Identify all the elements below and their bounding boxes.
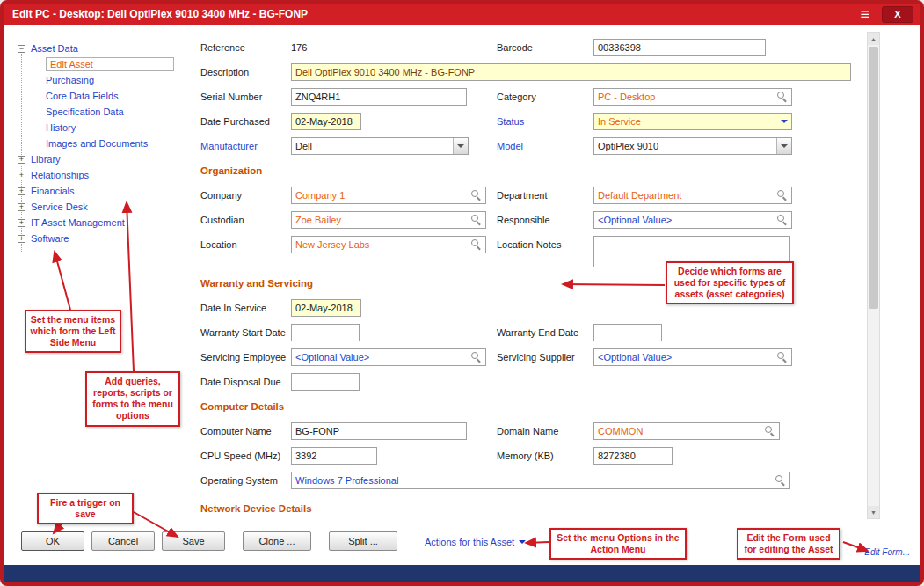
tree-item-label: Core Data Fields [46,91,119,101]
ok-button[interactable]: OK [21,531,84,551]
description-input[interactable] [291,63,851,81]
location-lookup[interactable]: New Jersey Labs [291,236,486,253]
model-select[interactable]: OptiPlex 9010 [593,137,792,155]
sidebar-item-it-asset-management[interactable]: + IT Asset Management [18,215,193,231]
category-lookup[interactable]: PC - Desktop [593,88,792,106]
magnifier-icon[interactable] [471,352,482,363]
chevron-down-icon[interactable] [453,138,468,154]
section-heading-computer-details: Computer Details [200,401,867,412]
serial-number-input[interactable] [291,88,467,106]
date-disposal-due-input[interactable] [291,373,360,391]
operating-system-lookup[interactable]: Windows 7 Professional [291,472,790,489]
actions-for-asset-link[interactable]: Actions for this Asset [425,537,526,547]
tree-item-label: Service Desk [31,201,88,212]
magnifier-icon[interactable] [777,92,788,102]
scroll-down-icon[interactable]: ▼ [868,506,879,518]
cpu-speed-label: CPU Speed (MHz) [200,450,291,461]
tree-item-label: Specification Data [46,106,124,117]
window-title: Edit PC - Desktop: Dell OptiPlex 9010 34… [12,8,860,20]
department-label: Department [497,190,593,201]
annotation-left-menu: Set the menu items which form the Left S… [25,310,121,353]
sidebar-item-edit-asset[interactable]: Edit Asset [18,56,193,72]
sidebar-item-relationships[interactable]: + Relationships [18,167,193,183]
magnifier-icon[interactable] [765,426,775,436]
sidebar-item-service-desk[interactable]: + Service Desk [18,199,193,215]
category-value: PC - Desktop [598,92,655,102]
date-purchased-input[interactable] [291,113,361,130]
sidebar-item-library[interactable]: + Library [18,151,193,167]
manufacturer-label[interactable]: Manufacturer [200,141,291,151]
responsible-lookup[interactable]: <Optional Value> [593,211,792,229]
date-in-service-input[interactable] [291,299,361,317]
expand-icon[interactable]: + [18,187,25,195]
reference-label: Reference [200,42,291,53]
edit-form-link[interactable]: Edit Form... [864,547,910,557]
tree-item-label: Images and Documents [46,138,148,149]
magnifier-icon[interactable] [471,190,482,201]
memory-input[interactable] [593,447,673,465]
location-notes-label: Location Notes [497,236,593,250]
sidebar-item-images-and-documents[interactable]: Images and Documents [18,136,193,151]
scrollbar-thumb[interactable] [869,47,878,309]
sidebar-item-history[interactable]: History [18,120,193,136]
tree-item-label: Software [31,233,69,244]
magnifier-icon[interactable] [471,239,482,250]
magnifier-icon[interactable] [775,475,786,486]
expand-icon[interactable]: + [18,156,25,164]
clone-button[interactable]: Clone ... [243,531,311,551]
scrollbar[interactable]: ▲ ▼ [867,32,880,519]
close-button[interactable]: X [882,6,913,23]
model-label[interactable]: Model [497,141,593,151]
magnifier-icon[interactable] [777,215,788,225]
magnifier-icon[interactable] [777,190,788,201]
sidebar-item-software[interactable]: + Software [18,231,193,246]
operating-system-label: Operating System [200,475,291,486]
servicing-supplier-label: Servicing Supplier [497,352,593,363]
scroll-up-icon[interactable]: ▲ [868,33,879,45]
sidebar-item-financials[interactable]: + Financials [18,183,193,199]
save-button[interactable]: Save [162,531,225,551]
company-lookup[interactable]: Company 1 [291,187,486,204]
serial-number-label: Serial Number [200,92,291,102]
computer-name-input[interactable] [291,422,467,440]
magnifier-icon[interactable] [777,352,788,363]
status-select[interactable]: In Service [593,113,792,130]
chevron-down-icon[interactable] [776,114,791,129]
company-label: Company [200,190,291,201]
menu-icon[interactable]: ≡ [860,6,869,22]
title-bar: Edit PC - Desktop: Dell OptiPlex 9010 34… [4,4,920,25]
cpu-speed-input[interactable] [291,447,377,465]
expand-icon[interactable]: + [18,219,25,227]
tree-item-label: Relationships [31,170,89,180]
custodian-lookup[interactable]: Zoe Bailey [291,211,486,229]
collapse-icon[interactable]: − [18,45,25,53]
warranty-start-input[interactable] [291,324,360,341]
sidebar-item-purchasing[interactable]: Purchasing [18,72,193,88]
chevron-down-icon[interactable] [776,138,791,154]
department-lookup[interactable]: Default Department [593,187,792,204]
cancel-button[interactable]: Cancel [91,531,155,551]
servicing-supplier-lookup[interactable]: <Optional Value> [593,348,792,366]
barcode-input[interactable] [593,39,766,56]
magnifier-icon[interactable] [471,215,482,225]
custodian-label: Custodian [200,215,291,225]
annotation-edit-form: Edit the Form used for editing the Asset [737,528,840,560]
manufacturer-select[interactable]: Dell [291,137,469,155]
status-label[interactable]: Status [497,116,593,127]
warranty-start-label: Warranty Start Date [200,327,291,338]
edit-asset-window: Edit PC - Desktop: Dell OptiPlex 9010 34… [0,0,924,586]
responsible-label: Responsible [497,215,593,225]
servicing-employee-lookup[interactable]: <Optional Value> [291,348,486,366]
sidebar-item-asset-data[interactable]: − Asset Data [18,40,193,56]
reference-value: 176 [291,42,307,53]
expand-icon[interactable]: + [18,235,25,243]
sidebar-item-specification-data[interactable]: Specification Data [18,104,193,120]
domain-name-lookup[interactable]: COMMON [593,422,780,440]
warranty-end-input[interactable] [593,324,662,341]
expand-icon[interactable]: + [18,203,25,211]
expand-icon[interactable]: + [18,172,25,179]
split-button[interactable]: Split ... [329,531,397,551]
servicing-employee-value: <Optional Value> [295,352,369,363]
category-label: Category [497,92,593,102]
sidebar-item-core-data-fields[interactable]: Core Data Fields [18,88,193,104]
